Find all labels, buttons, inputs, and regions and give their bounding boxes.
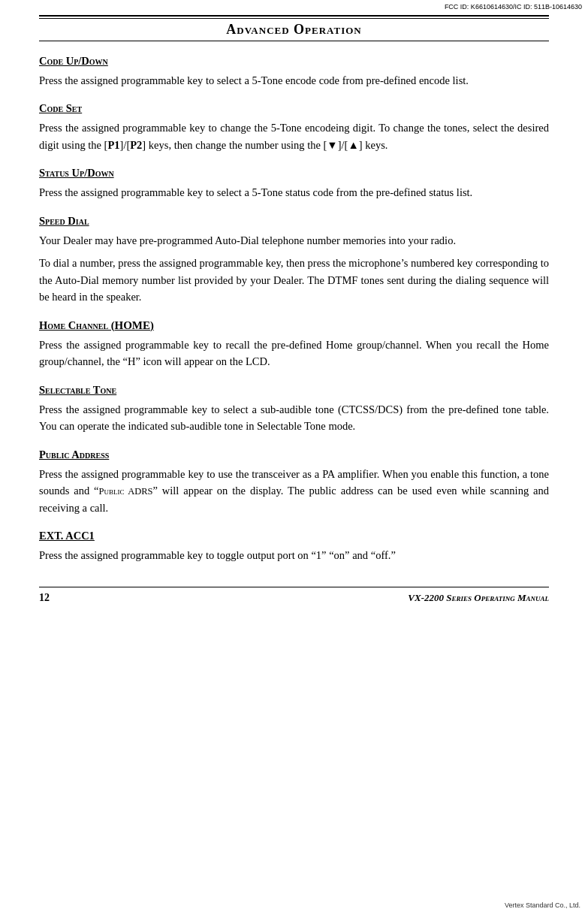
para-speed-dial-1: Your Dealer may have pre-programmed Auto… — [39, 232, 549, 249]
section-home-channel: Home Channel (HOME) Press the assigned p… — [39, 319, 549, 370]
heading-status-up-down: Status Up/Down — [39, 167, 549, 180]
section-selectable-tone: Selectable Tone Press the assigned progr… — [39, 384, 549, 435]
heading-code-up-down: Code Up/Down — [39, 55, 549, 68]
section-ext-acc1: EXT. ACC1 Press the assigned programmabl… — [39, 530, 549, 563]
vertex-credit: Vertex Standard Co., Ltd. — [505, 901, 580, 909]
heading-selectable-tone: Selectable Tone — [39, 384, 549, 397]
para-ext-acc1: Press the assigned programmable key to t… — [39, 547, 549, 563]
footer-manual-title: VX-2200 Series Operating Manual — [408, 592, 549, 604]
top-border — [39, 15, 549, 17]
title-bar: Advanced Operation — [39, 18, 549, 41]
footer-page-number: 12 — [39, 592, 50, 604]
heading-ext-acc1: EXT. ACC1 — [39, 530, 549, 542]
para-speed-dial-2: To dial a number, press the assigned pro… — [39, 255, 549, 305]
footer: 12 VX-2200 Series Operating Manual — [39, 592, 549, 604]
page-title: Advanced Operation — [39, 22, 549, 38]
para-code-up-down: Press the assigned programmable key to s… — [39, 72, 549, 89]
para-status-up-down: Press the assigned programmable key to s… — [39, 184, 549, 201]
heading-code-set: Code Set — [39, 102, 549, 115]
fcc-id-label: FCC ID: K6610614630/IC ID: 511B-10614630 — [445, 3, 582, 11]
heading-speed-dial: Speed Dial — [39, 215, 549, 228]
para-public-address: Press the assigned programmable key to u… — [39, 466, 549, 516]
heading-public-address: Public Address — [39, 448, 549, 461]
section-public-address: Public Address Press the assigned progra… — [39, 448, 549, 516]
heading-home-channel: Home Channel (HOME) — [39, 319, 549, 332]
section-status-up-down: Status Up/Down Press the assigned progra… — [39, 167, 549, 201]
para-code-set: Press the assigned programmable key to c… — [39, 119, 549, 153]
section-code-up-down: Code Up/Down Press the assigned programm… — [39, 55, 549, 89]
para-home-channel: Press the assigned programmable key to r… — [39, 337, 549, 370]
footer-rule — [39, 587, 549, 587]
section-speed-dial: Speed Dial Your Dealer may have pre-prog… — [39, 215, 549, 306]
section-code-set: Code Set Press the assigned programmable… — [39, 102, 549, 153]
para-selectable-tone: Press the assigned programmable key to s… — [39, 401, 549, 435]
